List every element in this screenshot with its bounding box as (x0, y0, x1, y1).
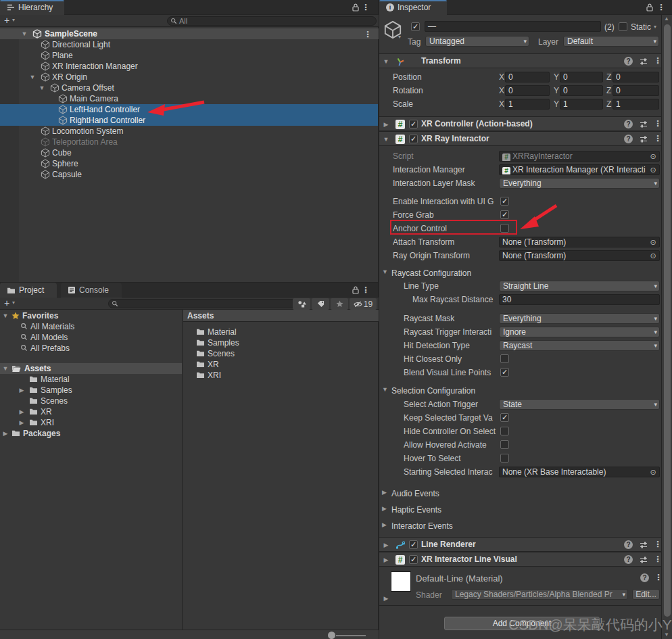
pane-item-xr[interactable]: XR (183, 359, 379, 370)
scale-z-field[interactable]: 1 (613, 99, 659, 110)
hidden-count-button[interactable]: 19 (350, 298, 377, 310)
help-icon[interactable]: ? (624, 555, 633, 564)
object-picker-icon[interactable]: ⊙ (648, 166, 658, 175)
zoom-slider-handle[interactable] (328, 632, 335, 639)
fold-icon[interactable]: ▼ (382, 56, 390, 67)
attach-transform-field[interactable]: None (Transform)⊙ (499, 237, 660, 247)
ray-origin-transform-field[interactable]: None (Transform)⊙ (499, 250, 660, 261)
create-button[interactable]: + (4, 15, 9, 26)
lock-icon[interactable] (352, 3, 359, 11)
hit-detection-type-dropdown[interactable]: Raycast▾ (499, 340, 660, 351)
fold-icon[interactable]: ▶ (382, 119, 390, 130)
hover-to-select-checkbox[interactable] (500, 454, 509, 463)
inspector-scrollbar[interactable]: ▲ ▼ (661, 15, 672, 639)
object-picker-icon[interactable]: ⊙ (648, 468, 658, 477)
project-menu-icon[interactable]: ⋮ (362, 285, 370, 295)
tree-item-cube[interactable]: Cube (0, 147, 378, 158)
tree-item-directional-light[interactable]: Directional Light (0, 39, 378, 50)
fold-icon[interactable]: ▼ (382, 134, 390, 145)
search-by-label-button[interactable] (312, 298, 329, 310)
script-field[interactable]: #XRRayInteractor⊙ (499, 151, 660, 162)
hit-closest-only-checkbox[interactable] (500, 354, 509, 363)
project-search-input[interactable] (108, 299, 297, 308)
zoom-slider-track[interactable] (336, 635, 366, 636)
help-icon[interactable]: ? (624, 540, 633, 549)
presets-icon[interactable] (639, 57, 648, 66)
raycast-mask-dropdown[interactable]: Everything▾ (499, 313, 660, 324)
fold-icon[interactable]: ▶ (382, 540, 390, 550)
scene-row[interactable]: ▼ SampleScene ⋮ (0, 28, 379, 39)
tree-packages-root[interactable]: ▶Packages (0, 428, 182, 439)
static-caret-icon[interactable]: ▾ (654, 24, 656, 30)
select-action-trigger-dropdown[interactable]: State▾ (499, 399, 660, 410)
lock-icon[interactable] (646, 3, 653, 11)
enabled-checkbox[interactable] (409, 540, 418, 549)
presets-icon[interactable] (639, 541, 648, 549)
fold-icon[interactable]: ▶ (18, 406, 26, 417)
object-picker-icon[interactable]: ⊙ (648, 152, 658, 162)
material-expand-icon[interactable]: ▶ (382, 593, 390, 604)
create-caret-icon[interactable]: ▾ (12, 17, 15, 23)
component-menu-icon[interactable]: ⋮ (654, 119, 661, 128)
scroll-up-icon[interactable]: ▲ (664, 16, 669, 22)
blend-visual-line-points-checkbox[interactable] (500, 368, 509, 377)
ui-interaction-checkbox[interactable] (500, 197, 509, 206)
tree-folder-xri[interactable]: ▶XRI (0, 417, 182, 428)
xr-controller-header[interactable]: ▶ # XR Controller (Action-based) ? ⋮ (379, 116, 661, 131)
component-menu-icon[interactable]: ⋮ (654, 554, 661, 564)
component-menu-icon[interactable]: ⋮ (654, 540, 661, 549)
tab-inspector[interactable]: i Inspector (379, 0, 447, 15)
tree-folder-material[interactable]: Material (0, 374, 182, 385)
haptic-events-foldout[interactable]: ▶ Haptic Events (379, 504, 661, 515)
scene-menu-icon[interactable]: ⋮ (364, 29, 372, 40)
tree-folder-samples[interactable]: ▶Samples (0, 385, 182, 396)
create-button[interactable]: + (4, 298, 9, 308)
pane-item-xri[interactable]: XRI (183, 370, 379, 381)
fold-icon[interactable]: ▶ (18, 385, 26, 396)
inspector-menu-icon[interactable]: ⋮ (657, 3, 665, 12)
max-raycast-distance-field[interactable]: 30 (499, 294, 660, 305)
position-z-field[interactable]: 0 (613, 72, 659, 82)
force-grab-checkbox[interactable] (500, 210, 509, 219)
hierarchy-menu-icon[interactable]: ⋮ (362, 3, 370, 12)
allow-hovered-activate-checkbox[interactable] (500, 440, 509, 449)
layer-dropdown[interactable]: Default▾ (563, 36, 659, 47)
fold-icon[interactable]: ▼ (1, 310, 9, 321)
interactor-events-foldout[interactable]: ▶ Interactor Events (379, 520, 661, 531)
selection-configuration-foldout[interactable]: ▼ Selection Configuration (379, 385, 661, 396)
scale-x-field[interactable]: 1 (505, 99, 550, 110)
fold-icon[interactable]: ▶ (18, 417, 26, 428)
enabled-checkbox[interactable] (409, 135, 418, 143)
gameobject-icon-caret[interactable]: ▾ (398, 34, 401, 40)
tab-console[interactable]: Console (61, 283, 122, 298)
fold-icon[interactable]: ▶ (382, 554, 390, 565)
presets-icon[interactable] (639, 120, 648, 128)
pane-item-samples[interactable]: Samples (183, 337, 379, 348)
enabled-checkbox[interactable] (409, 120, 418, 128)
hierarchy-search-input[interactable]: All (167, 16, 377, 26)
search-by-type-button[interactable] (293, 298, 310, 310)
help-icon[interactable]: ? (624, 57, 633, 66)
tree-item-righthand-controller[interactable]: RightHand Controller (0, 115, 378, 126)
tree-item-teleportation-area[interactable]: Teleportation Area (0, 137, 378, 147)
keep-selected-checkbox[interactable] (500, 413, 509, 422)
enabled-checkbox[interactable] (409, 555, 418, 564)
object-picker-icon[interactable]: ⊙ (648, 238, 658, 247)
material-preview-swatch[interactable] (391, 571, 411, 592)
transform-header[interactable]: ▼ Transform ? ⋮ (379, 53, 661, 68)
tree-item-xr-origin[interactable]: ▼XR Origin (0, 72, 378, 82)
favorites-filter-button[interactable] (331, 298, 348, 310)
static-checkbox[interactable] (619, 22, 627, 31)
create-caret-icon[interactable]: ▾ (12, 300, 15, 306)
active-checkbox[interactable] (411, 22, 420, 31)
scroll-thumb[interactable] (664, 24, 671, 617)
component-menu-icon[interactable]: ⋮ (654, 134, 661, 143)
xr-ray-interactor-header[interactable]: ▼ # XR Ray Interactor ? ⋮ (379, 131, 661, 146)
tree-item-xr-interaction-manager[interactable]: XR Interaction Manager (0, 61, 378, 72)
position-y-field[interactable]: 0 (560, 72, 603, 82)
pane-item-material[interactable]: Material (183, 327, 379, 337)
favorites-root[interactable]: ▼Favorites (0, 310, 182, 321)
tree-item-locomotion-system[interactable]: Locomotion System (0, 126, 378, 137)
tree-item-capsule[interactable]: Capsule (0, 169, 378, 180)
pane-item-scenes[interactable]: Scenes (183, 348, 379, 359)
